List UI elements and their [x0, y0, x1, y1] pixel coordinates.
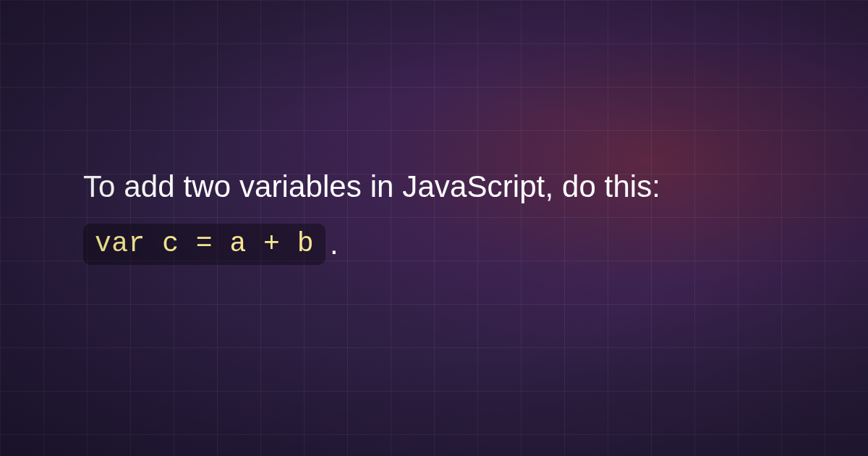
- inline-code: var c = a + b: [83, 224, 326, 265]
- lead-text: To add two variables in JavaScript, do t…: [83, 166, 785, 208]
- code-suffix: .: [330, 227, 339, 261]
- content-container: To add two variables in JavaScript, do t…: [83, 166, 785, 265]
- code-line: var c = a + b .: [83, 224, 785, 265]
